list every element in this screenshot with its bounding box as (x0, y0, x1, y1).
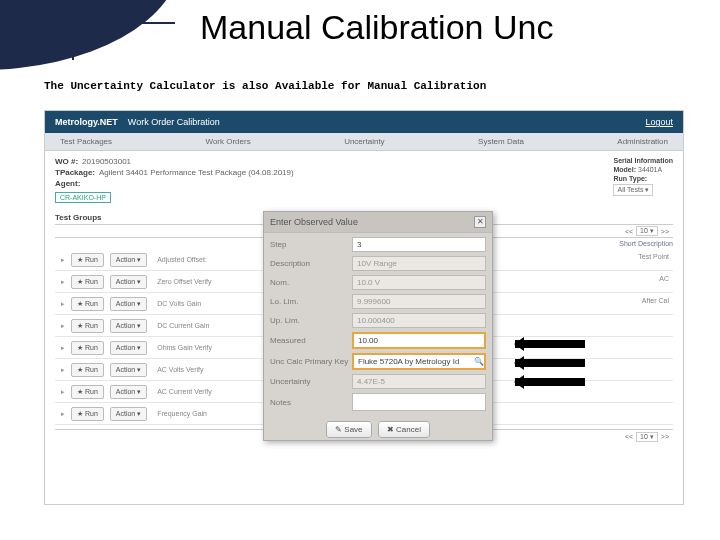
run-button[interactable]: ★ Run (71, 253, 104, 267)
app-window: Metrology.NET Work Order Calibration Log… (44, 110, 684, 505)
row-desc: Adjusted Offset: (157, 256, 207, 263)
save-button[interactable]: ✎ Save (326, 421, 371, 438)
measured-label: Measured (270, 336, 352, 345)
pager-prev[interactable]: << (625, 433, 633, 440)
pager-prev[interactable]: << (625, 228, 633, 235)
modal-close-button[interactable]: ✕ (474, 216, 486, 228)
app-brand: Metrology.NET (55, 117, 118, 127)
annotation-arrow-icon (515, 378, 585, 386)
description-value: 10V Range (352, 256, 486, 271)
tpackage-label: TPackage: (55, 168, 95, 177)
row-desc: DC Volts Gain (157, 300, 201, 307)
action-button[interactable]: Action ▾ (110, 407, 147, 421)
action-button[interactable]: Action ▾ (110, 275, 147, 289)
app-header-title: Work Order Calibration (128, 117, 220, 127)
unckey-input[interactable]: Fluke 5720A by Metrology Id (352, 353, 474, 370)
agent-select[interactable]: CR-AKIKO-HP (55, 192, 111, 203)
row-desc: AC Volts Verify (157, 366, 203, 373)
uplim-label: Up. Lim. (270, 316, 352, 325)
row-desc: DC Current Gain (157, 322, 209, 329)
description-label: Description (270, 259, 352, 268)
tpackage-value: Agilent 34401 Performance Test Package (… (99, 168, 294, 177)
app-header: Metrology.NET Work Order Calibration Log… (45, 111, 683, 133)
annotation-arrow-icon (515, 340, 585, 348)
run-type-select[interactable]: All Tests ▾ (613, 184, 653, 196)
uncertainty-value: 4.47E-5 (352, 374, 486, 389)
logout-link[interactable]: Logout (645, 117, 673, 127)
run-type-label: Run Type: (613, 175, 673, 182)
row-desc: AC Current Verify (157, 388, 211, 395)
lolim-label: Lo. Lim. (270, 297, 352, 306)
run-button[interactable]: ★ Run (71, 341, 104, 355)
action-button[interactable]: Action ▾ (110, 341, 147, 355)
right-info: Serial Information Model: 34401A Run Typ… (613, 157, 673, 198)
step-label: Step (270, 240, 352, 249)
uncertainty-label: Uncertainty (270, 377, 352, 386)
wo-label: WO #: (55, 157, 78, 166)
model-value: 34401A (638, 166, 662, 173)
uplim-value: 10.000400 (352, 313, 486, 328)
nom-label: Nom. (270, 278, 352, 287)
slide-decoration (0, 0, 180, 70)
notes-label: Notes (270, 398, 352, 407)
pager-next[interactable]: >> (661, 433, 669, 440)
row-desc: Ohms Gain Verify (157, 344, 212, 351)
action-button[interactable]: Action ▾ (110, 297, 147, 311)
run-button[interactable]: ★ Run (71, 407, 104, 421)
slide-subtitle: The Uncertainty Calculator is also Avail… (44, 80, 486, 92)
nav-uncertainty[interactable]: Uncertainty (344, 137, 384, 146)
modal-title: Enter Observed Value (270, 217, 358, 227)
app-nav: Test Packages Work Orders Uncertainty Sy… (45, 133, 683, 151)
run-button[interactable]: ★ Run (71, 385, 104, 399)
nav-system-data[interactable]: System Data (478, 137, 524, 146)
run-button[interactable]: ★ Run (71, 297, 104, 311)
notes-input[interactable] (352, 393, 486, 411)
measured-input[interactable]: 10.00 (352, 332, 486, 349)
agent-label: Agent: (55, 179, 80, 188)
nav-work-orders[interactable]: Work Orders (205, 137, 250, 146)
search-icon[interactable]: 🔍 (474, 353, 486, 370)
unckey-label: Unc Calc Primary Key (270, 357, 352, 366)
action-button[interactable]: Action ▾ (110, 319, 147, 333)
action-button[interactable]: Action ▾ (110, 385, 147, 399)
cancel-button[interactable]: ✖ Cancel (378, 421, 430, 438)
nav-test-packages[interactable]: Test Packages (60, 137, 112, 146)
nav-administration[interactable]: Administration (617, 137, 668, 146)
col-ac: AC (659, 275, 669, 282)
nom-value: 10.0 V (352, 275, 486, 290)
wo-value: 20190503001 (82, 157, 131, 166)
row-desc: Frequency Gain (157, 410, 207, 417)
step-input[interactable]: 3 (352, 237, 486, 252)
pager-next[interactable]: >> (661, 228, 669, 235)
col-after-cal: After Cal (642, 297, 669, 304)
run-button[interactable]: ★ Run (71, 363, 104, 377)
col-test-point: Test Point (638, 253, 669, 260)
observed-value-modal: Enter Observed Value ✕ Step3 Description… (263, 211, 493, 441)
model-label: Model: (613, 166, 636, 173)
slide-title: Manual Calibration Unc (200, 8, 553, 47)
pager-size[interactable]: 10 ▾ (636, 432, 658, 442)
annotation-arrow-icon (515, 359, 585, 367)
action-button[interactable]: Action ▾ (110, 363, 147, 377)
serial-info-label: Serial Information (613, 157, 673, 164)
pager-size[interactable]: 10 ▾ (636, 226, 658, 236)
run-button[interactable]: ★ Run (71, 319, 104, 333)
row-desc: Zero Offset Verify (157, 278, 211, 285)
run-button[interactable]: ★ Run (71, 275, 104, 289)
lolim-value: 9.999600 (352, 294, 486, 309)
action-button[interactable]: Action ▾ (110, 253, 147, 267)
